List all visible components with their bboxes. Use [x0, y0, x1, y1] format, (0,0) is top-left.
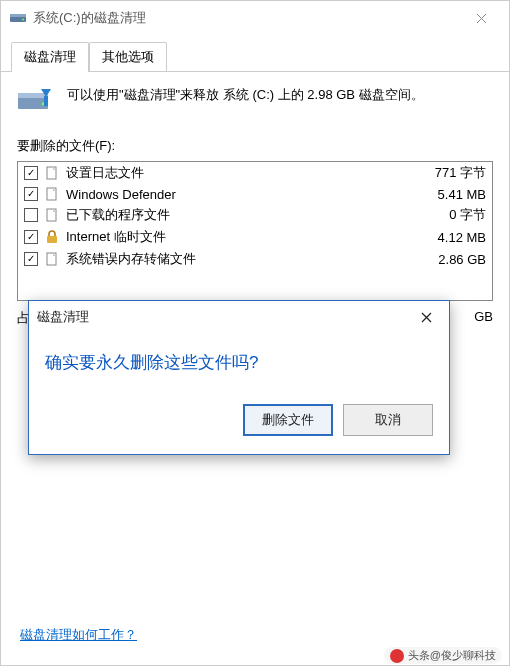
avatar-icon: [390, 649, 404, 663]
window-title: 系统(C:)的磁盘清理: [33, 9, 461, 27]
list-item[interactable]: ✓Windows Defender5.41 MB: [18, 184, 492, 204]
modal-button-row: 删除文件 取消: [45, 404, 433, 446]
file-name: 系统错误内存转储文件: [66, 250, 410, 268]
modal-body: 确实要永久删除这些文件吗? 删除文件 取消: [29, 333, 449, 454]
close-icon: [421, 312, 432, 323]
list-item[interactable]: ✓Internet 临时文件4.12 MB: [18, 226, 492, 248]
file-list[interactable]: ✓设置日志文件771 字节✓Windows Defender5.41 MB已下载…: [17, 161, 493, 301]
checkbox[interactable]: [24, 208, 38, 222]
tab-disk-cleanup[interactable]: 磁盘清理: [11, 42, 89, 72]
checkbox[interactable]: ✓: [24, 166, 38, 180]
cancel-button[interactable]: 取消: [343, 404, 433, 436]
totals-value: GB: [474, 309, 493, 327]
page-icon: [44, 165, 60, 181]
lock-icon: [44, 229, 60, 245]
titlebar: 系统(C:)的磁盘清理: [1, 1, 509, 35]
tab-label: 磁盘清理: [24, 49, 76, 64]
delete-files-button[interactable]: 删除文件: [243, 404, 333, 436]
page-icon: [44, 207, 60, 223]
drive-icon: [9, 9, 27, 27]
svg-rect-4: [18, 93, 48, 98]
checkbox[interactable]: ✓: [24, 230, 38, 244]
file-size: 4.12 MB: [416, 230, 486, 245]
page-icon: [44, 251, 60, 267]
svg-rect-1: [10, 14, 26, 17]
confirm-dialog: 磁盘清理 确实要永久删除这些文件吗? 删除文件 取消: [28, 300, 450, 455]
file-size: 5.41 MB: [416, 187, 486, 202]
file-size: 771 字节: [416, 164, 486, 182]
file-name: 已下载的程序文件: [66, 206, 410, 224]
file-size: 2.86 GB: [416, 252, 486, 267]
checkbox[interactable]: ✓: [24, 187, 38, 201]
watermark: 头条@俊少聊科技: [384, 647, 502, 664]
intro-row: 可以使用"磁盘清理"来释放 系统 (C:) 上的 2.98 GB 磁盘空间。: [17, 85, 493, 117]
modal-title: 磁盘清理: [37, 308, 411, 326]
file-name: 设置日志文件: [66, 164, 410, 182]
page-icon: [44, 186, 60, 202]
svg-rect-10: [47, 236, 57, 243]
tab-bar: 磁盘清理 其他选项: [1, 36, 509, 72]
svg-point-5: [42, 103, 45, 106]
svg-rect-6: [44, 96, 48, 106]
modal-titlebar: 磁盘清理: [29, 301, 449, 333]
help-link[interactable]: 磁盘清理如何工作？: [20, 626, 137, 644]
credit-text: 头条@俊少聊科技: [408, 649, 496, 661]
checkbox[interactable]: ✓: [24, 252, 38, 266]
file-name: Windows Defender: [66, 187, 410, 202]
list-item[interactable]: ✓系统错误内存转储文件2.86 GB: [18, 248, 492, 270]
svg-point-2: [22, 19, 24, 21]
tab-other-options[interactable]: 其他选项: [89, 42, 167, 71]
file-name: Internet 临时文件: [66, 228, 410, 246]
files-label: 要删除的文件(F):: [17, 137, 493, 155]
cleanup-icon: [17, 85, 53, 117]
close-button[interactable]: [461, 4, 501, 32]
list-item[interactable]: ✓设置日志文件771 字节: [18, 162, 492, 184]
tab-label: 其他选项: [102, 49, 154, 64]
modal-close-button[interactable]: [411, 306, 441, 328]
file-size: 0 字节: [416, 206, 486, 224]
intro-text: 可以使用"磁盘清理"来释放 系统 (C:) 上的 2.98 GB 磁盘空间。: [67, 85, 424, 106]
modal-question: 确实要永久删除这些文件吗?: [45, 351, 433, 374]
list-item[interactable]: 已下载的程序文件0 字节: [18, 204, 492, 226]
